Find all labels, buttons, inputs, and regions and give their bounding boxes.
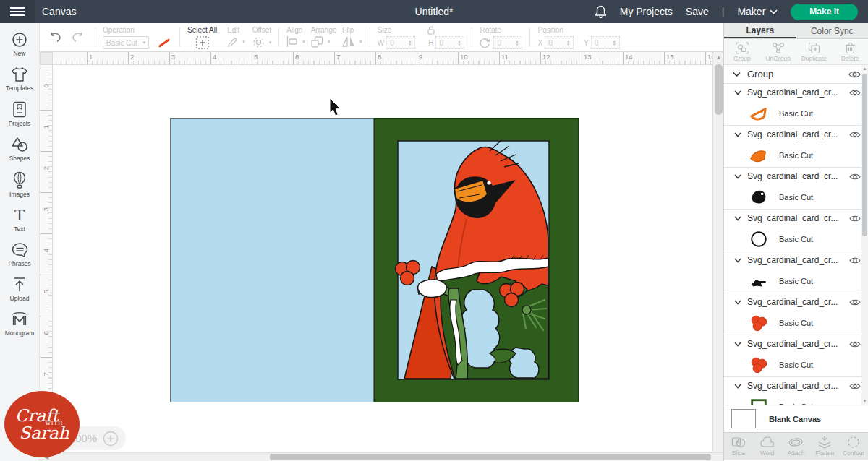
- layer-item[interactable]: Svg_cardinal_card_cr... Basic Cut: [724, 168, 868, 210]
- stepper-icon[interactable]: ▲▼: [516, 40, 519, 46]
- card-blue-panel[interactable]: [170, 118, 374, 402]
- layer-title-row[interactable]: Svg_cardinal_card_cr...: [724, 168, 868, 185]
- menu-button[interactable]: [0, 0, 35, 23]
- rotate-field[interactable]: 0 ▲▼: [493, 36, 522, 49]
- make-it-button[interactable]: Make It: [791, 4, 858, 20]
- layer-title-row[interactable]: Svg_cardinal_card_cr...: [724, 293, 868, 311]
- visibility-eye-icon[interactable]: [849, 298, 861, 306]
- lock-icon[interactable]: [427, 26, 435, 35]
- align-button[interactable]: ▾: [286, 36, 305, 47]
- chevron-down-icon[interactable]: [734, 258, 741, 263]
- sidebar-item-new[interactable]: New: [0, 32, 40, 57]
- layer-group-row[interactable]: Group: [724, 65, 868, 84]
- layer-operation-row[interactable]: Basic Cut: [724, 353, 868, 376]
- position-y-field[interactable]: Y 0 ▲▼: [584, 36, 620, 49]
- sidebar-item-shapes[interactable]: Shapes: [0, 137, 40, 162]
- weld-button[interactable]: Weld: [753, 436, 782, 457]
- scroll-up-icon[interactable]: ▲: [861, 65, 868, 72]
- attach-button[interactable]: Attach: [782, 436, 811, 457]
- chevron-down-icon[interactable]: [733, 72, 741, 77]
- scrollbar-thumb[interactable]: [715, 64, 723, 115]
- canvas-vertical-scrollbar[interactable]: ▲: [712, 52, 723, 452]
- visibility-eye-icon[interactable]: [848, 70, 861, 79]
- zoom-in-icon[interactable]: [103, 431, 119, 447]
- color-swatch[interactable]: [156, 36, 172, 49]
- visibility-eye-icon[interactable]: [849, 382, 861, 390]
- layer-title-row[interactable]: Svg_cardinal_card_cr...: [724, 335, 868, 353]
- layers-scrollbar[interactable]: ▲ ▼: [861, 65, 868, 405]
- chevron-down-icon[interactable]: [734, 384, 741, 389]
- layer-operation-row[interactable]: Basic Cut: [724, 185, 868, 209]
- arrange-button[interactable]: ▾: [311, 36, 337, 48]
- visibility-eye-icon[interactable]: [849, 89, 861, 97]
- scroll-down-icon[interactable]: ▼: [861, 397, 868, 405]
- save-link[interactable]: Save: [686, 6, 709, 17]
- visibility-eye-icon[interactable]: [849, 131, 861, 139]
- sidebar-item-projects[interactable]: Projects: [0, 101, 40, 127]
- tab-color-sync[interactable]: Color Sync: [796, 23, 868, 38]
- my-projects-link[interactable]: My Projects: [620, 6, 673, 17]
- height-field[interactable]: H 0 ▲▼: [428, 36, 464, 49]
- document-title[interactable]: Untitled*: [415, 6, 454, 17]
- layer-title-row[interactable]: Svg_cardinal_card_cr...: [724, 126, 868, 143]
- duplicate-button[interactable]: Duplicate: [796, 42, 833, 62]
- layer-item[interactable]: Svg_cardinal_card_cr... Basic Cut: [724, 126, 868, 168]
- chevron-down-icon[interactable]: [734, 132, 741, 137]
- flatten-button[interactable]: Flatten: [810, 436, 839, 457]
- layer-operation-row[interactable]: Basic Cut: [724, 143, 868, 167]
- visibility-eye-icon[interactable]: [849, 257, 861, 264]
- layer-operation-row[interactable]: Basic Cut: [724, 311, 868, 335]
- redo-icon[interactable]: [72, 33, 85, 43]
- chevron-down-icon[interactable]: [734, 90, 741, 95]
- layer-title-row[interactable]: Svg_cardinal_card_cr...: [724, 84, 868, 101]
- ungroup-button[interactable]: UnGroup: [760, 42, 796, 62]
- visibility-eye-icon[interactable]: [849, 173, 861, 181]
- undo-icon[interactable]: [48, 33, 61, 43]
- layer-item[interactable]: Svg_cardinal_card_cr... Basic Cut: [724, 210, 868, 251]
- card-cardinal-panel[interactable]: [374, 118, 579, 402]
- edit-button[interactable]: ▾: [227, 36, 245, 48]
- layer-item[interactable]: Svg_cardinal_card_cr... Basic Cut: [724, 84, 868, 126]
- chevron-down-icon[interactable]: [734, 300, 741, 305]
- slice-button[interactable]: Slice: [724, 436, 753, 457]
- blank-canvas-row[interactable]: Blank Canvas: [724, 405, 868, 432]
- layer-operation-row[interactable]: Basic Cut: [724, 101, 868, 125]
- visibility-eye-icon[interactable]: [849, 340, 861, 348]
- select-all-button[interactable]: [196, 36, 209, 49]
- sidebar-item-templates[interactable]: Templates: [0, 66, 40, 92]
- sidebar-item-upload[interactable]: Upload: [0, 277, 40, 302]
- delete-button[interactable]: Delete: [832, 42, 868, 62]
- stepper-icon[interactable]: ▲▼: [613, 40, 616, 46]
- layer-operation-row[interactable]: Basic Cut: [724, 269, 868, 293]
- operation-select[interactable]: Basic Cut ▾: [103, 36, 149, 49]
- sidebar-item-images[interactable]: Images: [0, 171, 40, 198]
- chevron-down-icon[interactable]: [734, 174, 741, 179]
- layer-item[interactable]: Svg_cardinal_card_cr... Basic Cut: [724, 293, 868, 335]
- layer-title-row[interactable]: Svg_cardinal_card_cr...: [724, 377, 868, 395]
- stepper-icon[interactable]: ▲▼: [566, 40, 570, 46]
- scrollbar-thumb[interactable]: [862, 74, 867, 236]
- layer-item[interactable]: Svg_cardinal_card_cr... Basic Cut: [724, 251, 868, 293]
- stepper-icon[interactable]: ▲▼: [458, 40, 461, 46]
- sidebar-item-phrases[interactable]: Phrases: [0, 242, 40, 267]
- stepper-icon[interactable]: ▲▼: [408, 40, 412, 46]
- layer-item[interactable]: Svg_cardinal_card_cr... Basic Cut: [724, 335, 868, 377]
- layer-title-row[interactable]: Svg_cardinal_card_cr...: [724, 251, 868, 269]
- flip-button[interactable]: ▾: [342, 36, 362, 47]
- blank-canvas-thumbnail[interactable]: [731, 409, 756, 428]
- machine-select[interactable]: Maker: [737, 6, 778, 17]
- rotate-icon[interactable]: [480, 38, 490, 48]
- layer-operation-row[interactable]: Basic Cut: [724, 395, 868, 405]
- sidebar-item-monogram[interactable]: Monogram: [0, 311, 40, 337]
- notifications-bell-icon[interactable]: [595, 5, 607, 18]
- scroll-up-icon[interactable]: ▲: [713, 52, 723, 63]
- group-button[interactable]: Group: [724, 42, 760, 62]
- contour-button[interactable]: Contour: [839, 436, 868, 457]
- chevron-down-icon[interactable]: [734, 342, 741, 347]
- tab-layers[interactable]: Layers: [724, 23, 796, 38]
- layer-title-row[interactable]: Svg_cardinal_card_cr...: [724, 210, 868, 227]
- visibility-eye-icon[interactable]: [849, 215, 861, 223]
- width-field[interactable]: W 0 ▲▼: [378, 36, 415, 49]
- layer-item[interactable]: Svg_cardinal_card_cr... Basic Cut: [724, 377, 868, 405]
- sidebar-item-text[interactable]: T Text: [0, 207, 40, 233]
